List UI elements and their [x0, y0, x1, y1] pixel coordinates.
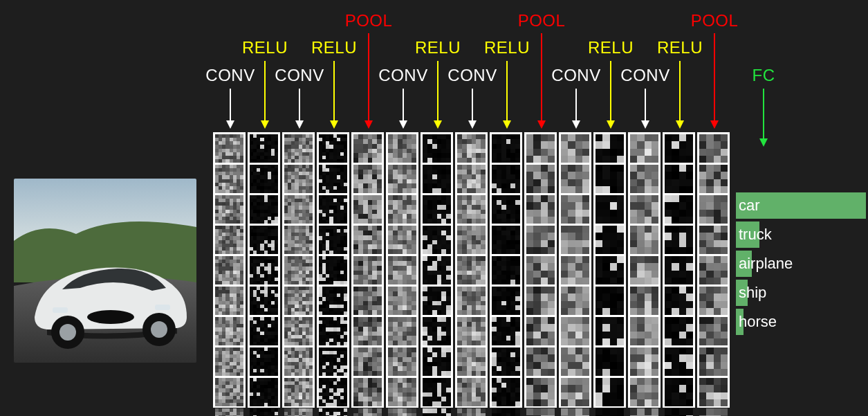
svg-rect-2385 — [322, 351, 326, 354]
svg-rect-1849 — [288, 399, 291, 403]
activation-tile — [561, 408, 589, 416]
svg-rect-1417 — [288, 195, 291, 199]
svg-rect-858 — [257, 233, 260, 236]
svg-rect-3784 — [476, 244, 481, 249]
svg-rect-2078 — [340, 202, 344, 206]
svg-rect-2276 — [333, 297, 337, 300]
svg-rect-2176 — [319, 251, 322, 254]
svg-rect-1189 — [268, 388, 271, 392]
svg-rect-1447 — [309, 206, 313, 209]
svg-rect-104 — [215, 179, 219, 183]
layer-label: POOL — [691, 11, 739, 30]
svg-rect-1177 — [253, 385, 257, 388]
svg-rect-2354 — [326, 335, 329, 338]
svg-rect-929 — [253, 266, 257, 270]
svg-rect-2844 — [353, 366, 358, 371]
svg-rect-5222 — [714, 233, 721, 239]
svg-rect-4671 — [582, 399, 589, 406]
svg-rect-1296 — [284, 138, 288, 141]
svg-rect-3206 — [398, 366, 403, 371]
svg-rect-4614 — [575, 293, 582, 300]
svg-rect-978 — [257, 290, 260, 293]
svg-rect-1289 — [288, 134, 291, 138]
svg-rect-3654 — [457, 139, 462, 144]
svg-rect-3835 — [462, 291, 467, 296]
svg-rect-753 — [253, 183, 257, 186]
svg-rect-847 — [275, 226, 278, 229]
svg-rect-2164 — [333, 244, 337, 247]
svg-rect-1089 — [253, 342, 257, 345]
svg-rect-2233 — [322, 278, 326, 281]
svg-rect-3482 — [432, 296, 437, 301]
svg-rect-299 — [225, 271, 229, 274]
svg-rect-5176 — [699, 149, 706, 156]
svg-rect-2051 — [329, 190, 333, 193]
svg-rect-734 — [271, 172, 275, 175]
svg-rect-2445 — [337, 378, 340, 381]
svg-rect-1981 — [337, 156, 340, 159]
svg-rect-897 — [253, 251, 257, 254]
activation-tile — [561, 287, 589, 315]
svg-rect-1975 — [344, 152, 347, 156]
svg-rect-975 — [275, 287, 278, 290]
svg-rect-351 — [240, 293, 243, 297]
svg-rect-5115 — [686, 332, 693, 338]
svg-rect-4041 — [506, 158, 511, 163]
svg-rect-3196 — [407, 357, 412, 362]
svg-rect-1757 — [302, 354, 306, 358]
svg-rect-470 — [237, 351, 240, 354]
svg-rect-4454 — [541, 293, 548, 300]
svg-rect-2407 — [344, 358, 347, 361]
svg-rect-5087 — [686, 278, 693, 284]
svg-rect-3804 — [457, 266, 462, 271]
svg-rect-2122 — [326, 226, 329, 229]
svg-rect-1411 — [295, 190, 298, 193]
svg-rect-874 — [257, 240, 260, 244]
svg-rect-989 — [268, 293, 271, 297]
svg-rect-2404 — [333, 358, 337, 361]
svg-rect-5246 — [714, 278, 721, 284]
svg-rect-344 — [215, 293, 219, 297]
svg-rect-2456 — [319, 385, 322, 388]
svg-rect-1797 — [302, 372, 306, 376]
svg-rect-4189 — [497, 287, 501, 291]
svg-rect-3070 — [407, 249, 412, 254]
svg-rect-1519 — [309, 240, 313, 244]
svg-rect-1238 — [271, 412, 275, 415]
svg-rect-2505 — [322, 408, 326, 412]
svg-rect-1705 — [288, 332, 291, 335]
svg-rect-4802 — [610, 347, 617, 354]
svg-rect-4729 — [602, 210, 609, 217]
svg-rect-4726 — [610, 202, 617, 209]
svg-rect-1113 — [253, 354, 257, 358]
svg-rect-955 — [260, 278, 264, 281]
svg-rect-5242 — [714, 271, 721, 278]
svg-rect-4817 — [602, 378, 609, 385]
svg-rect-1571 — [295, 266, 298, 270]
svg-rect-4898 — [645, 226, 652, 233]
svg-rect-465 — [219, 351, 222, 354]
activation-tile — [284, 165, 313, 193]
svg-rect-3231 — [403, 388, 407, 392]
svg-rect-1290 — [291, 134, 295, 138]
svg-rect-566 — [237, 396, 240, 399]
svg-rect-713 — [253, 165, 257, 168]
svg-rect-3314 — [432, 153, 437, 158]
svg-rect-1223 — [275, 403, 278, 406]
svg-rect-185 — [219, 217, 222, 220]
svg-rect-1677 — [302, 317, 306, 320]
svg-rect-163 — [225, 206, 229, 209]
svg-rect-4203 — [506, 296, 511, 301]
svg-rect-2423 — [344, 365, 347, 369]
svg-rect-2900 — [363, 413, 368, 416]
svg-rect-256 — [215, 251, 219, 254]
svg-rect-5273 — [706, 332, 713, 338]
svg-rect-2933 — [412, 134, 416, 139]
svg-rect-361 — [219, 301, 222, 305]
svg-rect-2282 — [326, 301, 329, 305]
svg-rect-2020 — [333, 175, 337, 179]
svg-rect-5106 — [679, 317, 686, 324]
svg-rect-4207 — [497, 301, 501, 306]
svg-rect-1093 — [268, 342, 271, 345]
svg-rect-922 — [257, 263, 260, 266]
